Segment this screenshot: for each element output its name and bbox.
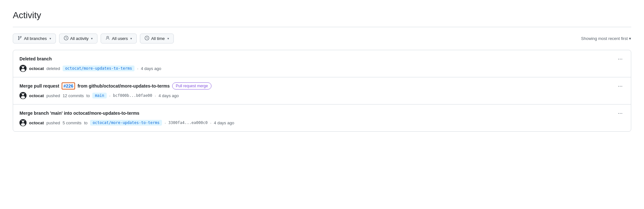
svg-point-13 xyxy=(22,121,22,122)
sort-chevron: ▾ xyxy=(629,36,631,41)
sort-button[interactable]: Showing most recent first ▾ xyxy=(581,36,631,41)
target-branch-tag[interactable]: octocat/more-updates-to-terms xyxy=(90,120,162,126)
filter-time-chevron: ▾ xyxy=(167,37,169,40)
filter-activity-label: All activity xyxy=(70,36,89,41)
dot-separator: · xyxy=(137,66,138,71)
pr-merge-badge: Pull request merge xyxy=(172,82,211,89)
toolbar: All branches ▾ All activity ▾ All users … xyxy=(13,34,631,43)
filter-group: All branches ▾ All activity ▾ All users … xyxy=(13,34,174,43)
branch-tag[interactable]: octocat/more-updates-to-terms xyxy=(63,66,135,71)
filter-branches-label: All branches xyxy=(24,36,47,41)
filter-time[interactable]: All time ▾ xyxy=(140,34,174,43)
svg-point-9 xyxy=(24,94,24,95)
target-branch-tag[interactable]: main xyxy=(92,93,107,98)
dot-separator: · xyxy=(155,93,156,98)
action-text: deleted xyxy=(46,66,60,71)
activity-item-merge-branch: Merge branch 'main' into octocat/more-up… xyxy=(13,104,631,131)
clock-icon xyxy=(145,36,149,41)
activity-title: Merge branch 'main' into octocat/more-up… xyxy=(19,111,139,116)
activity-item-merge-pr: Merge pull request #226 from github/octo… xyxy=(13,77,631,104)
branch-icon xyxy=(18,36,22,41)
commit-hash: 3300fa4...ea000c0 xyxy=(168,120,208,125)
filter-branches[interactable]: All branches ▾ xyxy=(13,34,56,43)
dot-separator: · xyxy=(165,120,166,125)
avatar xyxy=(19,65,27,72)
more-options-button[interactable]: ··· xyxy=(616,55,625,62)
divider xyxy=(13,27,631,27)
activity-item-header: Merge pull request #226 from github/octo… xyxy=(19,82,625,89)
activity-body: octocat pushed 5 commits to octocat/more… xyxy=(19,119,625,126)
pr-link[interactable]: #226 xyxy=(62,82,75,89)
sort-label-text: Showing most recent first xyxy=(581,36,628,41)
activity-item-header: Merge branch 'main' into octocat/more-up… xyxy=(19,110,625,117)
filter-users-label: All users xyxy=(112,36,128,41)
to-text: to xyxy=(86,93,90,98)
time-ago: 4 days ago xyxy=(214,120,234,125)
activity-body: octocat pushed 12 commits to main · bcf0… xyxy=(19,92,625,99)
filter-activity[interactable]: All activity ▾ xyxy=(59,34,98,43)
commits-count: 5 commits xyxy=(63,120,81,125)
svg-point-8 xyxy=(22,94,22,95)
commit-hash: bcf000b...b0fae00 xyxy=(113,93,152,98)
activity-item-header: Deleted branch ··· xyxy=(19,55,625,62)
svg-point-3 xyxy=(22,67,22,67)
activity-title: Deleted branch xyxy=(19,56,52,61)
filter-users-chevron: ▾ xyxy=(130,37,132,40)
activity-title-row: Merge pull request #226 from github/octo… xyxy=(19,82,211,89)
activity-title-suffix: from github/octocat/more-updates-to-term… xyxy=(78,83,170,89)
filter-users[interactable]: All users ▾ xyxy=(101,34,137,43)
svg-point-2 xyxy=(21,69,25,71)
activity-item-deleted-branch: Deleted branch ··· octocat deleted octoc… xyxy=(13,50,631,77)
page-title: Activity xyxy=(13,10,631,20)
action-text: pushed xyxy=(46,120,60,125)
svg-point-14 xyxy=(24,121,24,122)
avatar xyxy=(19,92,27,99)
to-text: to xyxy=(84,120,88,125)
more-options-button[interactable]: ··· xyxy=(616,110,625,117)
svg-point-4 xyxy=(24,67,24,67)
activity-icon xyxy=(64,36,68,41)
filter-time-label: All time xyxy=(151,36,165,41)
svg-point-7 xyxy=(21,96,25,98)
svg-point-1 xyxy=(22,66,24,68)
avatar xyxy=(19,119,27,126)
filter-branches-chevron: ▾ xyxy=(50,37,51,40)
action-text: pushed xyxy=(46,93,60,98)
time-ago: 4 days ago xyxy=(141,66,161,71)
more-options-button[interactable]: ··· xyxy=(616,82,625,89)
users-icon xyxy=(105,36,110,41)
actor-name: octocat xyxy=(29,93,44,98)
svg-point-12 xyxy=(21,123,25,126)
commits-count: 12 commits xyxy=(63,93,84,98)
time-ago: 4 days ago xyxy=(158,93,179,98)
activity-title-prefix: Merge pull request xyxy=(19,83,59,89)
actor-name: octocat xyxy=(29,66,44,71)
filter-activity-chevron: ▾ xyxy=(91,37,93,40)
activity-list: Deleted branch ··· octocat deleted octoc… xyxy=(13,50,631,132)
actor-name: octocat xyxy=(29,120,44,125)
svg-point-6 xyxy=(22,93,24,96)
dot-separator: · xyxy=(109,93,111,98)
dot-separator: · xyxy=(210,120,211,125)
activity-body: octocat deleted octocat/more-updates-to-… xyxy=(19,65,625,72)
svg-point-11 xyxy=(22,120,24,123)
